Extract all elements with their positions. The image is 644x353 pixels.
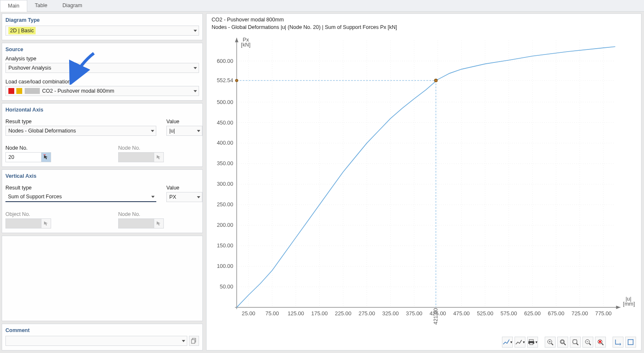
tab-main[interactable]: Main (0, 0, 27, 12)
v-node2-pick-button (154, 218, 164, 228)
svg-text:675.00: 675.00 (548, 310, 564, 317)
h-node-pick-button[interactable] (41, 152, 51, 162)
tab-diagram[interactable]: Diagram (55, 0, 90, 12)
v-result-type-value: Sum of Support Forces (8, 194, 62, 200)
chart-panel: CO2 - Pushover modal 800mm Nodes - Globa… (206, 13, 641, 350)
cursor-pick-icon (156, 221, 162, 226)
chevron-down-icon (182, 340, 185, 342)
v-value-select[interactable]: PX (166, 192, 202, 202)
panel-horizontal-axis: Horizontal Axis Result type Nodes - Glob… (2, 103, 203, 167)
zoom-fit-button[interactable] (570, 337, 581, 348)
zoom-out-button[interactable] (582, 337, 593, 348)
v-object-label: Object No. (5, 211, 51, 217)
analysis-type-select[interactable]: Pushover Analysis (5, 63, 199, 73)
h-node-input[interactable] (5, 152, 41, 162)
chevron-down-icon (197, 130, 200, 132)
svg-point-67 (435, 79, 437, 82)
printer-icon (528, 339, 535, 345)
v-value-value: PX (169, 194, 176, 200)
comment-select[interactable] (5, 336, 187, 346)
v-result-type-select[interactable]: Sum of Support Forces (5, 192, 156, 202)
svg-text:300.00: 300.00 (217, 181, 233, 187)
h-result-type-value: Nodes - Global Deformations (8, 128, 76, 134)
svg-text:450.00: 450.00 (217, 119, 233, 126)
chart-line-icon: + (503, 339, 510, 345)
axes-x-icon (615, 339, 621, 345)
section-title-comment: Comment (5, 327, 199, 333)
axes-y-icon (627, 339, 634, 345)
chart-header: CO2 - Pushover modal 800mm Nodes - Globa… (207, 14, 641, 32)
svg-text:625.00: 625.00 (524, 310, 541, 317)
zoom-reset-icon (597, 339, 604, 345)
panel-spacer (2, 236, 203, 321)
svg-text:25.00: 25.00 (242, 310, 255, 317)
top-tabs: Main Table Diagram (0, 0, 644, 12)
chart-line-icon (515, 339, 522, 345)
svg-rect-80 (561, 340, 564, 343)
svg-text:225.00: 225.00 (335, 310, 351, 317)
h-result-type-label: Result type (5, 119, 156, 125)
h-node2-pick-button (154, 152, 164, 162)
analysis-type-value: Pushover Analysis (8, 65, 51, 71)
axes-x-button[interactable] (613, 337, 623, 348)
zoom-in-button[interactable] (545, 337, 556, 348)
chart-subtitle: Nodes - Global Deformations |u| (Node No… (212, 24, 637, 31)
zoom-reset-button[interactable] (595, 337, 606, 348)
section-title-v-axis: Vertical Axis (5, 173, 199, 179)
h-node2-label: Node No. (118, 145, 164, 151)
chart-style-button[interactable]: ▾ (515, 337, 525, 348)
svg-rect-71 (529, 340, 533, 341)
chart-options-button[interactable]: + ▾ (502, 337, 513, 348)
v-object-input (5, 218, 41, 228)
v-value-label: Value (166, 185, 202, 191)
v-result-type-label: Result type (5, 185, 156, 191)
panel-source: Source Analysis type Pushover Analysis L… (2, 43, 203, 101)
svg-text:421.00: 421.00 (432, 308, 439, 324)
svg-text:200.00: 200.00 (217, 222, 233, 228)
svg-text:575.00: 575.00 (501, 310, 517, 317)
section-title-source: Source (5, 47, 199, 52)
load-case-label: Load case/load combination (5, 79, 199, 85)
chevron-down-icon (151, 130, 154, 132)
diagram-type-value: 2D | Basic (8, 27, 36, 34)
zoom-out-icon (585, 339, 591, 345)
zoom-fit-icon (572, 339, 579, 345)
h-value-select[interactable]: |u| (166, 126, 202, 136)
load-case-select[interactable]: CO2 - Pushover modal 800mm (5, 86, 199, 96)
print-button[interactable]: ▾ (527, 337, 538, 348)
zoom-window-icon (559, 339, 566, 345)
panel-vertical-axis: Vertical Axis Result type Sum of Support… (2, 169, 203, 233)
svg-text:150.00: 150.00 (217, 242, 233, 249)
svg-text:552.54: 552.54 (217, 77, 233, 83)
tab-table[interactable]: Table (27, 0, 55, 12)
svg-text:525.00: 525.00 (477, 310, 493, 317)
axes-y-button[interactable] (625, 337, 636, 348)
panel-diagram-type: Diagram Type 2D | Basic (2, 13, 203, 40)
diagram-type-select[interactable]: 2D | Basic (5, 26, 199, 36)
v-object-pick-button (41, 218, 51, 228)
svg-point-68 (235, 79, 238, 82)
svg-text:75.00: 75.00 (266, 310, 279, 317)
zoom-window-button[interactable] (557, 337, 568, 348)
swatch-red (8, 88, 14, 94)
comment-duplicate-button[interactable] (189, 336, 199, 346)
svg-text:350.00: 350.00 (217, 160, 233, 166)
svg-text:475.00: 475.00 (453, 310, 470, 317)
swatch-orange (16, 88, 22, 94)
chevron-down-icon (151, 196, 155, 198)
h-node-label: Node No. (5, 145, 51, 151)
svg-line-88 (602, 343, 603, 345)
svg-text:375.00: 375.00 (406, 310, 422, 317)
svg-text:250.00: 250.00 (217, 201, 233, 208)
svg-point-81 (573, 340, 577, 344)
h-result-type-select[interactable]: Nodes - Global Deformations (5, 126, 156, 136)
swatch-gray (25, 88, 40, 94)
chevron-down-icon (194, 90, 197, 92)
svg-text:[mm]: [mm] (623, 301, 635, 307)
chevron-down-icon (194, 67, 197, 69)
section-title-h-axis: Horizontal Axis (5, 107, 199, 113)
h-value-value: |u| (169, 128, 175, 134)
cursor-pick-icon (43, 221, 49, 226)
chart-toolbar: + ▾ ▾ ▾ (502, 337, 636, 348)
chart-title: CO2 - Pushover modal 800mm (212, 16, 637, 24)
